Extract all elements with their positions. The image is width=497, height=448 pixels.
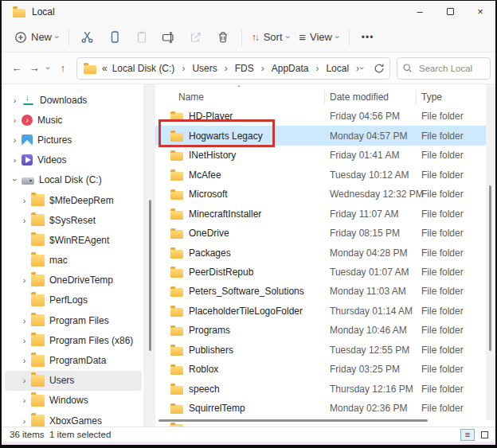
sidebar-item[interactable]: Local Disk (C:) [5, 170, 142, 190]
column-header-date[interactable]: Date modified [330, 92, 389, 103]
tree-chevron-icon[interactable] [19, 216, 29, 225]
sidebar-item-label: $MfeDeepRem [49, 195, 114, 206]
file-row[interactable]: PlaceholderTileLogoFolder Thursday 01:14… [155, 302, 486, 321]
breadcrumb-item[interactable]: FDS › [233, 61, 270, 76]
sidebar-item[interactable]: Program Files (x86) [5, 330, 142, 350]
new-button[interactable]: New › [10, 25, 64, 49]
tree-chevron-icon[interactable] [10, 115, 20, 125]
column-header-type[interactable]: Type [421, 92, 442, 103]
minimize-button[interactable]: – [405, 1, 435, 22]
address-breadcrumb-box[interactable]: « Local Disk (C:) › Users › FDS [76, 57, 390, 80]
file-row[interactable]: Programs Monday 10:46 AM File folder [155, 321, 486, 340]
tree-chevron-icon[interactable] [10, 175, 20, 185]
breadcrumb-separator-icon[interactable]: › [315, 63, 319, 74]
search-input[interactable] [417, 63, 485, 74]
breadcrumb-item[interactable]: Local Disk (C:) › [111, 61, 191, 76]
file-list-pane: Name ˆ Date modified Type HD-Player Frid… [155, 84, 495, 427]
cut-button[interactable] [74, 25, 101, 49]
sidebar-item[interactable]: Videos [5, 150, 142, 170]
breadcrumb-overflow-icon[interactable]: « [102, 63, 108, 74]
forward-button[interactable]: → [25, 58, 43, 79]
sidebar-scrollbar-thumb[interactable] [149, 200, 151, 351]
search-box[interactable] [397, 57, 491, 80]
refresh-icon[interactable] [374, 63, 385, 74]
tree-chevron-icon[interactable] [19, 336, 29, 345]
sidebar-item[interactable]: Program Files [5, 310, 142, 330]
sidebar-item[interactable]: $MfeDeepRem [5, 190, 142, 210]
breadcrumb-separator-icon[interactable]: › [225, 63, 228, 74]
rename-button[interactable] [155, 25, 182, 49]
tree-chevron-icon[interactable] [10, 95, 20, 105]
vertical-scrollbar-track[interactable] [486, 84, 495, 420]
sidebar-item[interactable]: Downloads [5, 90, 142, 110]
tree-chevron-icon[interactable] [19, 416, 29, 426]
sidebar-item[interactable]: XboxGames [5, 411, 142, 427]
sidebar-item[interactable]: Users [5, 371, 142, 391]
more-options-button[interactable]: ••• [354, 25, 382, 49]
recent-locations-chevron[interactable]: › [43, 58, 54, 79]
file-row[interactable]: Peters_Software_Solutions Monday 11:03 A… [155, 282, 486, 301]
tree-chevron-icon[interactable] [10, 155, 20, 165]
paste-button[interactable] [128, 25, 155, 49]
file-row[interactable]: Microsoft Wednesday 12:32 PM File folder [155, 185, 486, 204]
sidebar-item[interactable]: OneDriveTemp [5, 271, 142, 290]
tree-chevron-icon[interactable] [19, 316, 29, 325]
breadcrumb-item[interactable]: AppData › [270, 61, 325, 76]
sidebar-item[interactable]: mac [5, 251, 142, 271]
sidebar-item[interactable]: Windows [5, 391, 142, 411]
sidebar-item[interactable]: $WinREAgent [5, 230, 142, 250]
share-button[interactable] [182, 25, 209, 49]
file-row[interactable]: PeerDistRepub Tuesday 01:07 AM File fold… [155, 263, 486, 282]
tree-chevron-icon[interactable] [19, 275, 29, 285]
sidebar-item[interactable]: Pictures [5, 130, 142, 150]
tree-chevron-icon[interactable] [19, 255, 29, 265]
file-row[interactable]: Roblox Friday 03:25 PM File folder [155, 360, 486, 379]
file-row[interactable]: McAfee Tuesday 10:12 AM File folder [155, 165, 486, 184]
horizontal-scrollbar-thumb[interactable] [158, 419, 428, 422]
breadcrumb-label[interactable]: FDS [233, 61, 256, 76]
file-row[interactable]: Packages Monday 04:28 PM File folder [155, 243, 486, 262]
sort-button[interactable]: ↑↓ Sort › [247, 25, 295, 49]
breadcrumb-separator-icon[interactable]: › [182, 63, 185, 74]
breadcrumb-label[interactable]: AppData [270, 61, 311, 76]
file-type: File folder [421, 169, 464, 181]
details-view-toggle[interactable]: ≡ [460, 429, 475, 441]
breadcrumb-item[interactable]: Users › [190, 61, 233, 76]
tree-chevron-icon[interactable] [19, 356, 29, 365]
up-button[interactable]: ↑ [54, 58, 72, 79]
sidebar-item[interactable]: Music [5, 110, 142, 130]
file-row[interactable]: Publishers Tuesday 12:55 PM File folder [155, 341, 486, 360]
tree-chevron-icon[interactable] [19, 395, 29, 405]
column-divider[interactable] [416, 90, 417, 104]
breadcrumb-label[interactable]: Local [324, 61, 350, 76]
breadcrumb-label[interactable]: Users [190, 61, 218, 76]
tree-chevron-icon[interactable] [10, 135, 20, 145]
address-dropdown-chevron-icon[interactable]: › [358, 67, 367, 70]
close-button[interactable]: × [465, 1, 495, 22]
copy-button[interactable] [101, 25, 128, 49]
file-row[interactable]: MinecraftInstaller Friday 11:07 AM File … [155, 204, 486, 223]
breadcrumb-separator-icon[interactable]: › [261, 63, 264, 74]
column-divider[interactable] [324, 90, 325, 104]
sidebar-scrollbar-track[interactable] [143, 84, 155, 427]
sort-button-label: Sort [264, 31, 283, 43]
file-row[interactable]: OneDrive Friday 08:15 PM File folder [155, 224, 486, 243]
file-row[interactable]: speech Thursday 12:16 PM File folder [155, 380, 486, 399]
file-row[interactable]: INetHistory Friday 01:41 AM File folder [155, 146, 486, 165]
large-icons-view-toggle[interactable] [477, 429, 491, 441]
delete-button[interactable] [209, 25, 237, 49]
tree-chevron-icon[interactable] [19, 376, 29, 385]
breadcrumb-label[interactable]: Local Disk (C:) [111, 61, 177, 76]
tree-chevron-icon[interactable] [19, 295, 29, 305]
tree-chevron-icon[interactable] [19, 236, 29, 245]
sidebar-item[interactable]: $SysReset [5, 210, 142, 230]
tree-chevron-icon[interactable] [19, 196, 29, 205]
view-button[interactable]: ≡ View › [294, 25, 343, 49]
back-button[interactable]: ← [8, 58, 25, 79]
sidebar-item[interactable]: ProgramData [5, 350, 142, 370]
maximize-button[interactable] [435, 1, 465, 22]
vertical-scrollbar-thumb[interactable] [489, 185, 491, 351]
sidebar-item[interactable]: PerfLogs [5, 290, 142, 310]
file-row[interactable]: SquirrelTemp Monday 02:36 PM File folder [155, 399, 486, 418]
column-header-name[interactable]: Name [178, 92, 204, 103]
